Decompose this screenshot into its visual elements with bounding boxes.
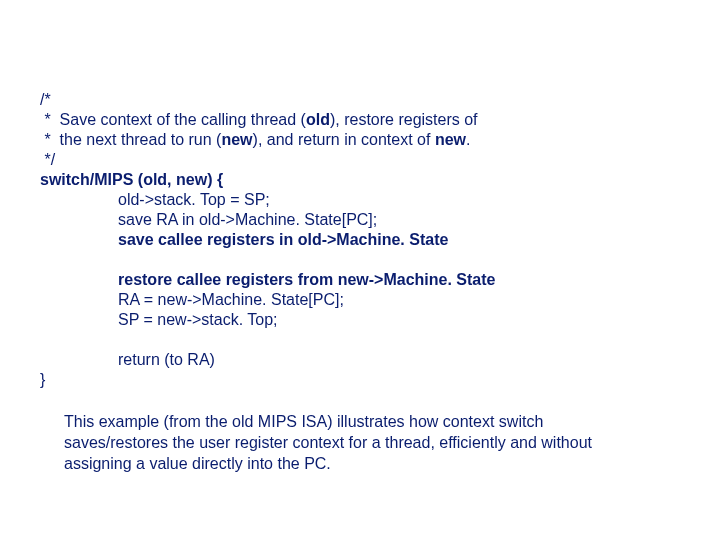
comment-open: /*: [40, 90, 680, 110]
comment-text: * Save context of the calling thread (: [40, 111, 306, 128]
blank-line-1: [40, 250, 680, 270]
comment-keyword-old: old: [306, 111, 330, 128]
blank-line-2: [40, 330, 680, 350]
function-close: }: [40, 370, 680, 390]
code-line-6: SP = new->stack. Top;: [40, 310, 680, 330]
code-line-7: return (to RA): [40, 350, 680, 370]
code-line-2: save RA in old->Machine. State[PC];: [40, 210, 680, 230]
code-line-3: save callee registers in old->Machine. S…: [40, 230, 680, 250]
comment-close: */: [40, 150, 680, 170]
code-line-5: RA = new->Machine. State[PC];: [40, 290, 680, 310]
comment-text: ), restore registers of: [330, 111, 478, 128]
code-line-4: restore callee registers from new->Machi…: [40, 270, 680, 290]
comment-text: ), and return in context of: [253, 131, 435, 148]
code-block: /* * Save context of the calling thread …: [40, 90, 680, 390]
comment-keyword-new-2: new: [435, 131, 466, 148]
comment-line-1: * Save context of the calling thread (ol…: [40, 110, 680, 130]
comment-text: * the next thread to run (: [40, 131, 221, 148]
comment-keyword-new: new: [221, 131, 252, 148]
comment-line-2: * the next thread to run (new), and retu…: [40, 130, 680, 150]
code-line-1: old->stack. Top = SP;: [40, 190, 680, 210]
function-signature: switch/MIPS (old, new) {: [40, 170, 680, 190]
comment-text: .: [466, 131, 470, 148]
explanation-text: This example (from the old MIPS ISA) ill…: [40, 412, 680, 474]
